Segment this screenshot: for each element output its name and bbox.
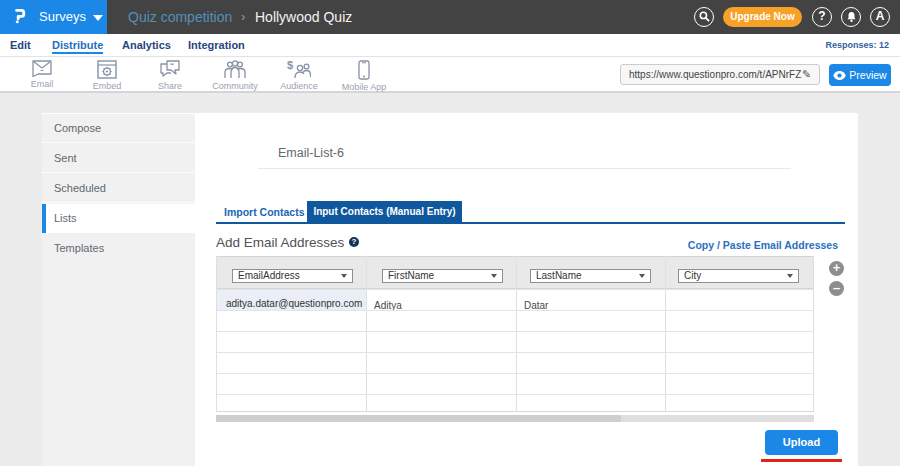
svg-text:“: “ <box>170 61 174 70</box>
svg-text:$: $ <box>287 60 293 71</box>
